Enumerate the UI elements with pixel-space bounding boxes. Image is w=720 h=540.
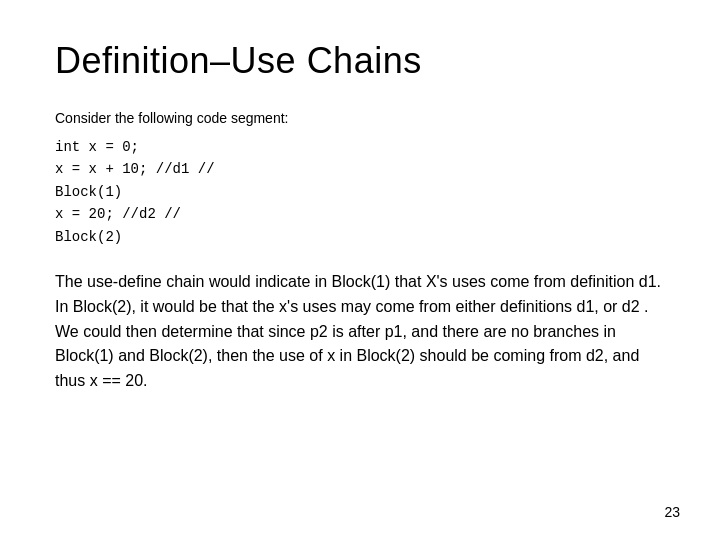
slide-container: Definition–Use Chains Consider the follo… xyxy=(0,0,720,540)
code-line-1: int x = 0; xyxy=(55,136,665,158)
page-number: 23 xyxy=(664,504,680,520)
code-block: int x = 0; x = x + 10; //d1 // Block(1) … xyxy=(55,136,665,248)
code-line-4: x = 20; //d2 // xyxy=(55,203,665,225)
consider-label: Consider the following code segment: xyxy=(55,110,665,126)
code-line-2: x = x + 10; //d1 // xyxy=(55,158,665,180)
description-text: The use-define chain would indicate in B… xyxy=(55,270,665,394)
code-line-5: Block(2) xyxy=(55,226,665,248)
code-line-3: Block(1) xyxy=(55,181,665,203)
slide-title: Definition–Use Chains xyxy=(55,40,665,82)
